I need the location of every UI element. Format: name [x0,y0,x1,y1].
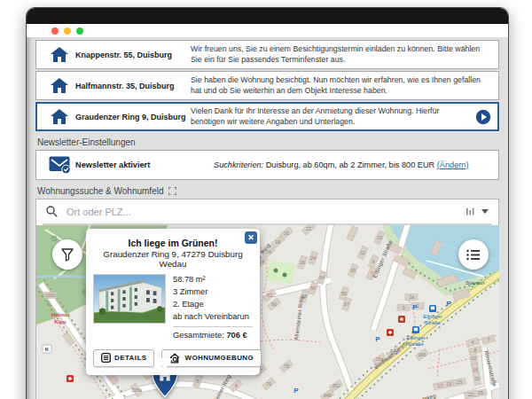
listing-photo [93,274,166,324]
listing-specs: 58.78 m² 3 Zimmer 2. Etage ab nach Verei… [173,274,253,342]
map-house-number: 2a [409,294,415,300]
search-bar [43,200,492,225]
expand-icon[interactable] [168,187,176,195]
map-house-number: 3 [402,305,404,310]
house-icon [43,47,75,62]
map-house-number: 352 [332,383,340,388]
housing-search-section: Wohnungssuche & Wohnumfeld [37,186,499,196]
popup-close-button[interactable]: ✕ [245,231,257,244]
open-notification-button[interactable] [475,109,491,125]
map-house-number: 56 [310,286,316,291]
map-house-number: 22 [306,226,311,231]
notification-address: Graudenzer Ring 9, Duisburg [75,113,191,121]
criteria-text: Duisburg, ab 60qm, ab 2 Zimmer, bis 800 … [263,160,437,169]
map-house-number: 10 [471,356,476,361]
map-house-number: 7 [487,337,489,342]
notification-row-halfmannstr[interactable]: Halfmannstr. 35, Duisburg Sie haben die … [35,71,499,100]
map-house-number: 22 [468,392,473,397]
surroundings-button[interactable]: WOHNUMGEBUNG [161,349,262,367]
notification-message: Sie haben die Wohnung besichtigt. Nun mö… [191,75,491,96]
street-label: Starttur [466,279,485,286]
dropdown-caret-icon[interactable] [481,209,489,214]
map-house-number: 57 [344,301,349,307]
poi-label: Helmut [51,312,69,317]
results-list-button[interactable] [458,239,489,270]
map-house-number: 4 [471,340,473,345]
map-house-number: 9 [372,259,374,264]
transit-stop-label: Straße [425,320,440,325]
close-window-button[interactable] [51,27,59,35]
map-house-number: 155b [45,293,56,298]
map[interactable]: 2220181614242654565862605557119151072a23… [36,225,499,399]
housing-search-title: Wohnungssuche & Wohnumfeld [37,186,164,196]
map-house-number: 25 [478,390,483,395]
notification-message: Vielen Dank für Ihr Interesse an der Anm… [191,106,475,127]
listing-availability: ab nach Vereinbarun [173,311,253,324]
notification-address: Halfmannstr. 35, Duisburg [75,82,191,90]
map-house-number: 75 [284,364,289,369]
notification-message: Wir freuen uns, Sie zu einem Besichtigun… [191,44,491,65]
map-house-number: 19 [446,381,451,387]
map-house-number: 8 [473,348,476,353]
map-house-number: 26 [300,260,305,265]
filter-funnel-icon [60,247,74,262]
map-house-number: 15 [350,268,356,273]
map-house-number: 79 [266,381,271,387]
newsletter-status: Newsletter aktiviert [75,160,191,169]
map-house-number: 60 [271,301,277,307]
listing-popup: ✕ Ich liege im Grünen! Graudenzer Ring 9… [86,229,260,375]
notification-row-knappenstr[interactable]: Knappenstr. 55, Duisburg Wir freuen uns,… [35,40,499,69]
popup-pointer [157,358,173,370]
poi-label: Kipp [54,319,66,325]
details-button[interactable]: DETAILS [93,349,154,367]
search-icon [46,206,58,217]
housing-search-panel: 2220181614242654565862605557119151072a23… [35,199,499,399]
transit-stop-label: Elbinger [406,335,425,340]
newsletter-section-title: Newsletter-Einstellungen [37,137,499,147]
house-icon [43,78,75,93]
rent-label: Gesamtmiete: [173,331,226,340]
newsletter-criteria: Suchkriterien: Duisburg, ab 60qm, ab 2 Z… [191,160,491,169]
map-house-number: 23 [457,379,462,385]
map-house-number: 366 [418,352,426,357]
notification-address: Knappenstr. 55, Duisburg [75,51,191,59]
arrow-right-icon [475,109,491,125]
minimize-window-button[interactable] [64,27,71,35]
map-house-number: 62 [267,293,272,298]
map-house-number: 5 [196,379,199,384]
popup-address: Graudenzer Ring 9, 47279 Duisburg Wedau [90,249,256,269]
rent-value: 706 € [226,331,246,340]
map-house-number: 10 [377,235,382,240]
parking-icon: P [412,303,418,311]
window-titlebar [27,8,508,24]
parking-icon: P [446,300,451,308]
map-house-number: 20 [284,231,289,236]
transit-stop-label: Elbinger [423,314,442,319]
listing-floor: 2. Etage [173,299,253,311]
map-house-number: 17 [437,383,442,388]
map-house-number: 20 [474,376,480,381]
parking-icon: P [375,335,380,343]
map-house-number: 325a [131,387,143,393]
page-content: Knappenstr. 55, Duisburg Wir freuen uns,… [27,37,508,399]
app-window: Knappenstr. 55, Duisburg Wir freuen uns,… [26,7,509,399]
map-house-number: 4 [234,383,237,388]
maximize-window-button[interactable] [76,27,83,35]
map-small-park [265,261,295,284]
list-icon [466,249,481,261]
map-house-number: 55 [341,291,347,296]
house-icon [43,109,75,124]
window-toolbar [27,24,508,37]
filter-button[interactable] [52,239,82,270]
criteria-prefix: Suchkriterien: [214,160,263,169]
newsletter-card: Newsletter aktiviert Suchkriterien: Duis… [35,150,499,180]
details-button-label: DETAILS [114,354,146,362]
change-criteria-link[interactable]: (Ändern) [437,160,469,169]
newsletter-envelope-icon [43,156,75,175]
notification-row-graudenzer[interactable]: Graudenzer Ring 9, Duisburg Vielen Dank … [35,102,499,131]
map-options-icon[interactable] [466,207,474,215]
kindergarten-label: K [45,347,50,352]
listing-area: 58.78 m² [173,274,253,286]
details-list-icon [101,353,111,363]
search-input[interactable] [65,206,459,218]
